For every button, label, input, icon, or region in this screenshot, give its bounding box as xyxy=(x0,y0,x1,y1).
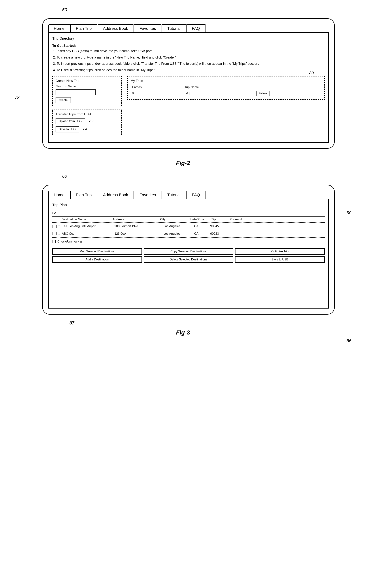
create-button[interactable]: Create xyxy=(56,97,71,103)
row1-checkbox[interactable] xyxy=(52,224,57,228)
instruction-4: To Use/Edit existing trips, click on des… xyxy=(57,68,325,73)
row2-zip: 90023 xyxy=(210,232,229,236)
tab-home-fig2[interactable]: Home xyxy=(48,24,70,32)
delete-cell: Delete xyxy=(255,90,321,97)
annotation-60-fig2: 60 xyxy=(62,7,67,12)
save-to-usb-button-fig2[interactable]: Save to USB xyxy=(56,126,79,132)
create-trip-title: Create New Trip xyxy=(56,79,118,83)
annotation-60-fig3: 60 xyxy=(62,174,67,179)
trip-checkbox[interactable] xyxy=(190,92,193,95)
annotation-84: 84 xyxy=(83,127,87,131)
tab-home-fig3[interactable]: Home xyxy=(48,191,70,199)
col-dest-name: Destination Name xyxy=(61,218,113,221)
annotation-87-fig3: 87 xyxy=(69,320,74,325)
create-trip-box: Create New Trip New Trip Name Create xyxy=(52,76,122,106)
col-zip: Zip xyxy=(211,218,230,221)
instructions-list: Insert any USB (flash) thumb drive into … xyxy=(57,48,325,73)
trip-name-cell: LA xyxy=(183,90,255,97)
transfer-trips-title: Transfer Trips from USB xyxy=(56,112,118,116)
section-title-fig2: Trip Directory xyxy=(52,36,325,41)
add-destination-button[interactable]: Add a Destination xyxy=(52,256,142,263)
col-phone: Phone No. xyxy=(230,218,325,221)
transfer-trips-box: Transfer Trips from USB Upload from USB … xyxy=(52,109,122,135)
fig3-label: Fig-3 xyxy=(15,329,351,336)
row1-city: Los Angeles xyxy=(163,224,193,228)
row2-state: CA xyxy=(194,232,209,236)
col-left-fig2: Create New Trip New Trip Name Create Tra… xyxy=(52,76,122,139)
trip-name-display: LA xyxy=(52,209,325,217)
map-selected-button[interactable]: Map Selected Destinations xyxy=(52,248,142,255)
my-trips-box: My Trips Entries Trip Name xyxy=(127,76,325,100)
instructions-fig2: To Get Started: Insert any USB (flash) t… xyxy=(52,43,325,73)
tab-favorites-fig3[interactable]: Favorites xyxy=(134,191,161,199)
trip-row-1: ▲▼ LAX Los Ang. Intl. Airport 9000 Airpo… xyxy=(52,223,325,230)
optimize-trip-button[interactable]: Optimize Trip xyxy=(235,248,325,255)
tab-favorites-fig2[interactable]: Favorites xyxy=(134,24,161,32)
annotation-86-fig3: 86 xyxy=(346,338,351,343)
row1-zip: 90045 xyxy=(210,224,229,228)
tab-tutorial-fig3[interactable]: Tutorial xyxy=(162,191,186,199)
my-trips-title: My Trips xyxy=(130,79,321,83)
trip-plan-header: Destination Name Address City State/Prov… xyxy=(52,217,325,223)
tab-address-book-fig3[interactable]: Address Book xyxy=(98,191,134,199)
instruction-3: To import previous trips and/or address … xyxy=(57,61,325,66)
new-trip-name-input[interactable] xyxy=(56,89,96,95)
content-area-fig3: Trip Plan LA Destination Name Address Ci… xyxy=(48,199,329,309)
nav-tabs-fig2: Home Plan Trip Address Book Favorites Tu… xyxy=(48,24,329,32)
row2-city: Los Angeles xyxy=(163,232,193,236)
upload-from-usb-button[interactable]: Upload from USB xyxy=(56,118,85,124)
row1-sort-arrows[interactable]: ▲▼ xyxy=(58,224,60,228)
annotation-78-fig2: 78 xyxy=(15,95,20,100)
entries-cell: 0 xyxy=(130,90,183,97)
action-buttons-grid: Map Selected Destinations Copy Selected … xyxy=(52,246,325,263)
tab-plan-trip-fig3[interactable]: Plan Trip xyxy=(70,191,97,199)
my-trips-table: Entries Trip Name 0 xyxy=(130,85,321,97)
row1-address: 9000 Airport Blvd. xyxy=(114,224,162,228)
row2-checkbox[interactable] xyxy=(52,232,57,235)
annotation-50-fig3: 50 xyxy=(346,210,351,216)
col-state: State/Prov xyxy=(189,218,211,221)
tab-address-book-fig2[interactable]: Address Book xyxy=(98,24,134,32)
fig2-label: Fig-2 xyxy=(15,160,351,166)
device-frame-fig3: Home Plan Trip Address Book Favorites Tu… xyxy=(42,185,335,315)
delete-button[interactable]: Delete xyxy=(257,91,269,96)
row2-address: 123 Oak xyxy=(114,232,162,236)
row1-dest-name: LAX Los Ang. Intl. Airport xyxy=(62,224,113,228)
check-uncheck-label: Check/Uncheck all xyxy=(57,240,83,243)
check-all-checkbox[interactable] xyxy=(52,240,56,243)
delete-selected-button[interactable]: Delete Selected Destinations xyxy=(144,256,233,263)
content-area-fig2: Trip Directory To Get Started: Insert an… xyxy=(48,32,329,143)
col-trip-name-header: Trip Name xyxy=(183,85,255,90)
save-to-usb-button-fig3[interactable]: Save to USB xyxy=(235,256,325,263)
instruction-1: Insert any USB (flash) thumb drive into … xyxy=(57,48,325,54)
annotation-80: 80 xyxy=(309,71,314,75)
nav-tabs-fig3: Home Plan Trip Address Book Favorites Tu… xyxy=(48,191,329,199)
tab-faq-fig3[interactable]: FAQ xyxy=(186,191,206,199)
row1-state: CA xyxy=(194,224,209,228)
figure-3: 60 50 86 Home Plan Trip Address Book Fav… xyxy=(15,174,351,315)
new-trip-name-label: New Trip Name xyxy=(56,85,118,88)
tab-plan-trip-fig2[interactable]: Plan Trip xyxy=(70,24,97,32)
section-title-fig3: Trip Plan xyxy=(52,203,325,207)
col-entries-header: Entries xyxy=(130,85,183,90)
row2-dest-name: ABC Co. xyxy=(62,232,113,236)
check-uncheck-row: Check/Uncheck all xyxy=(52,238,325,246)
annotation-82: 82 xyxy=(89,119,93,123)
trip-row-2: ▲▼ ABC Co. 123 Oak Los Angeles CA 90023 xyxy=(52,230,325,238)
two-col-layout: Create New Trip New Trip Name Create Tra… xyxy=(52,76,325,139)
col-city: City xyxy=(160,218,189,221)
col-address: Address xyxy=(113,218,160,221)
row2-sort-arrows[interactable]: ▲▼ xyxy=(58,232,60,236)
tab-faq-fig2[interactable]: FAQ xyxy=(186,24,206,32)
device-frame-fig2: Home Plan Trip Address Book Favorites Tu… xyxy=(42,18,335,149)
col-right-fig2: 80 My Trips Entries Trip Name xyxy=(127,76,325,103)
tab-tutorial-fig2[interactable]: Tutorial xyxy=(162,24,186,32)
copy-selected-button[interactable]: Copy Selected Destinations xyxy=(144,248,233,255)
figure-2: 60 Home Plan Trip Address Book Favorites… xyxy=(15,7,351,149)
instruction-2: To create a new trip, type a name in the… xyxy=(57,55,325,60)
table-row: 0 LA Delete xyxy=(130,90,321,97)
instructions-heading: To Get Started: xyxy=(52,43,325,48)
